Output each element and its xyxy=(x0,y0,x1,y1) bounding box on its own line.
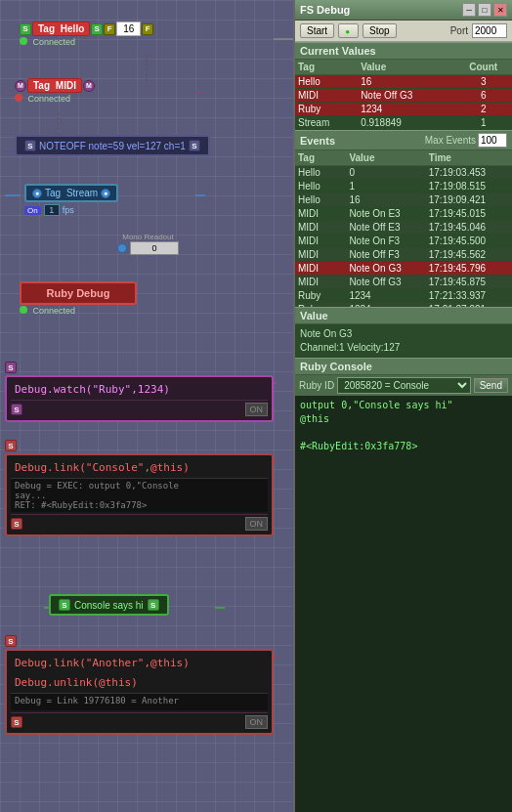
console-output: output 0,"Console says hi" @this #<RubyE… xyxy=(295,396,512,812)
ev-value: Note Off G3 xyxy=(346,276,425,289)
current-values-header: Current Values xyxy=(295,42,512,60)
ev-value: Note Off E3 xyxy=(346,221,425,235)
tag-midi-label: Tag MIDI xyxy=(27,78,82,93)
port-s-link-out[interactable]: S xyxy=(11,518,22,530)
port-s-console-out[interactable]: S xyxy=(148,599,159,611)
current-values-table: Tag Value Count Hello 16 3 MIDI Note Off… xyxy=(295,60,512,130)
stop-button[interactable]: Stop xyxy=(363,23,397,38)
noteoff-node: S NOTEOFF note=59 vel=127 ch=1 S xyxy=(15,135,210,156)
events-header-row: Events Max Events xyxy=(295,130,512,150)
link-code: Debug.link("Console",@this) xyxy=(11,459,268,476)
link-on-label: ON xyxy=(245,517,269,531)
port-s-link-in[interactable]: S xyxy=(5,440,17,451)
ev-value: Note On G3 xyxy=(346,262,425,276)
ev-value: 1234 xyxy=(346,289,425,303)
value-header: Value xyxy=(295,307,512,324)
console-says-text: Console says hi xyxy=(74,600,144,611)
link-output: Debug = EXEC: output 0,"Console say... R… xyxy=(11,478,268,512)
port-m-midi-out[interactable]: M xyxy=(83,80,95,92)
cv-tag: MIDI xyxy=(295,89,358,103)
col-count: Count xyxy=(454,60,512,75)
ruby-console-section: Ruby Console Ruby ID 2085820 = Console S… xyxy=(295,358,512,812)
events-scroll[interactable]: Tag Value Time Hello 0 17:19:03.453 Hell… xyxy=(295,150,512,307)
link-console-node: S Debug.link("Console",@this) Debug = EX… xyxy=(5,440,274,536)
table-row: Hello 16 17:19:09.421 xyxy=(295,193,512,207)
port-circle-stream-in[interactable]: ● xyxy=(32,189,42,198)
value-content: Note On G3 Channel:1 Velocity:127 xyxy=(295,324,512,358)
port-s-watch-out[interactable]: S xyxy=(11,404,22,415)
mono-readout: Mono Readout 0 xyxy=(117,233,179,255)
send-button[interactable]: Send xyxy=(474,378,508,393)
mono-value[interactable]: 0 xyxy=(130,241,179,255)
cv-count: 1 xyxy=(454,116,512,130)
ev-tag: MIDI xyxy=(295,221,346,235)
value-line2: Channel:1 Velocity:127 xyxy=(300,341,507,355)
table-row: MIDI Note On E3 17:19:45.015 xyxy=(295,207,512,221)
port-s-hello-in[interactable]: S xyxy=(20,23,31,35)
another-code2: Debug.unlink(@this) xyxy=(11,674,268,691)
cv-value: 16 xyxy=(358,75,454,89)
fps-value[interactable]: 1 xyxy=(44,204,60,216)
hello-value: 16 xyxy=(116,21,141,36)
table-row: MIDI Note Off G3 6 xyxy=(295,89,512,103)
canvas-area: S Tag Hello S F 16 F Connected M Tag MID… xyxy=(0,0,293,812)
another-code1: Debug.link("Another",@this) xyxy=(11,655,268,671)
ev-col-value: Value xyxy=(346,150,425,166)
port-input[interactable] xyxy=(472,23,507,38)
ev-tag: MIDI xyxy=(295,235,346,248)
cv-value: Note Off G3 xyxy=(358,89,454,103)
current-values-body: Hello 16 3 MIDI Note Off G3 6 Ruby 1234 … xyxy=(295,75,512,130)
port-s-another-out[interactable]: S xyxy=(11,716,22,728)
port-s-noteoff-in[interactable]: S xyxy=(24,140,36,151)
ev-tag: MIDI xyxy=(295,207,346,221)
ev-value: Note Off F3 xyxy=(346,248,425,262)
ev-tag: MIDI xyxy=(295,262,346,276)
port-s-noteoff-out[interactable]: S xyxy=(189,140,200,151)
table-row: MIDI Note On G3 17:19:45.796 xyxy=(295,262,512,276)
right-panel: FS Debug ─ □ ✕ Start Stop Port Current V… xyxy=(293,0,512,812)
another-output: Debug = Link 19776180 = Another xyxy=(11,693,268,710)
watch-code: Debug.watch("Ruby",1234) xyxy=(11,381,268,398)
port-s-hello-out[interactable]: S xyxy=(91,23,103,35)
port-s-console-in[interactable]: S xyxy=(59,599,70,611)
cv-value: 1234 xyxy=(358,103,454,116)
ev-time: 17:19:08.515 xyxy=(426,180,512,193)
value-line1: Note On G3 xyxy=(300,327,507,341)
port-circle-stream-out[interactable]: ● xyxy=(101,189,110,198)
events-body: Hello 0 17:19:03.453 Hello 1 17:19:08.51… xyxy=(295,166,512,308)
port-m-midi-in[interactable]: M xyxy=(15,80,26,92)
close-button[interactable]: ✕ xyxy=(493,3,507,17)
ruby-debug-status: Connected xyxy=(20,306,137,316)
maximize-button[interactable]: □ xyxy=(478,3,491,17)
port-f-hello[interactable]: F xyxy=(104,23,115,35)
another-on-label: ON xyxy=(245,715,269,729)
port-f-hello-out[interactable]: F xyxy=(142,23,153,35)
minimize-button[interactable]: ─ xyxy=(462,3,476,17)
table-row: MIDI Note Off G3 17:19:45.875 xyxy=(295,276,512,289)
col-tag: Tag xyxy=(295,60,358,75)
watch-on-label: ON xyxy=(245,403,269,416)
table-row: Hello 1 17:19:08.515 xyxy=(295,180,512,193)
max-events-input[interactable] xyxy=(478,133,507,148)
table-row: MIDI Note On F3 17:19:45.500 xyxy=(295,235,512,248)
value-section: Value Note On G3 Channel:1 Velocity:127 xyxy=(295,307,512,358)
ev-time: 17:21:33.937 xyxy=(426,289,512,303)
mono-label: Mono Readout xyxy=(117,233,179,241)
tag-stream-node: ● Tag Stream ● On 1 fps xyxy=(24,184,118,216)
ev-tag: Ruby xyxy=(295,289,346,303)
console-line3 xyxy=(300,426,507,440)
tag-midi-node: M Tag MIDI M Connected xyxy=(15,78,95,104)
status-indicator xyxy=(338,23,359,38)
port-s-another-in[interactable]: S xyxy=(5,635,17,647)
ev-tag: Hello xyxy=(295,180,346,193)
cv-tag: Hello xyxy=(295,75,358,89)
midi-status: Connected xyxy=(15,94,95,104)
ruby-id-select[interactable]: 2085820 = Console xyxy=(337,377,471,394)
start-button[interactable]: Start xyxy=(300,23,334,38)
cv-value: 0.918849 xyxy=(358,116,454,130)
ev-value: Note On F3 xyxy=(346,235,425,248)
window-title: FS Debug xyxy=(300,4,350,16)
noteoff-code: NOTEOFF note=59 vel=127 ch=1 xyxy=(39,141,186,151)
port-s-watch-in[interactable]: S xyxy=(5,362,17,373)
ev-time: 17:19:45.875 xyxy=(426,276,512,289)
